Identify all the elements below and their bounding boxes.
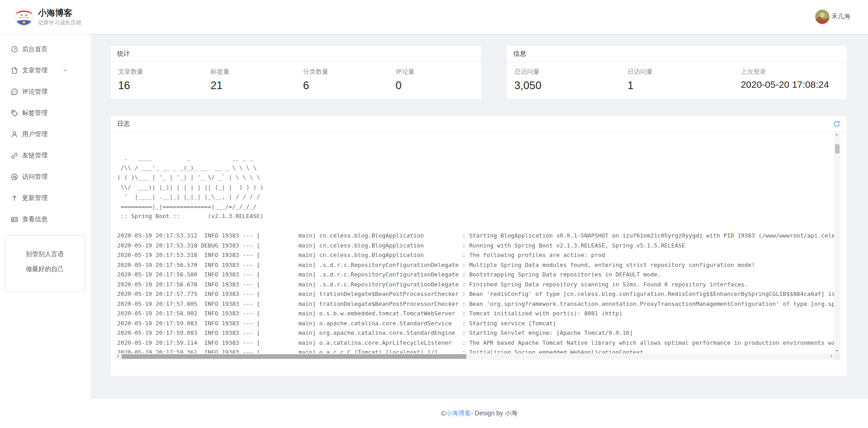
info-card-title: 信息 <box>513 50 526 58</box>
site-logo-icon <box>15 8 33 26</box>
log-line: 2020-05-19 20:17:58.902 INFO 19383 --- [… <box>117 309 834 319</box>
banner-line: ( ( )\___ | '_ | '_| | '_ \/ _` | \ \ \ … <box>117 172 834 182</box>
sidebar-item-articles[interactable]: 文章管理 <box>0 60 90 81</box>
scrollbar-corner <box>834 353 840 360</box>
stat-tag-count: 标签量 21 <box>204 62 296 92</box>
stat-daily-visits: 日访问量 1 <box>620 62 733 92</box>
footer-credit-text: - Design by 小海 <box>471 409 517 418</box>
log-card: 日志 . ____ _ __ _ _ /\\ / ___'_ __ _ _(_)… <box>110 115 847 376</box>
banner-line: . ____ _ __ _ _ <box>117 153 834 163</box>
sidebar-item-info[interactable]: 查看信息 <box>0 209 90 230</box>
log-line: 2020-05-19 20:17:53.318 INFO 19383 --- [… <box>117 250 834 260</box>
stat-value: 1 <box>627 79 733 92</box>
log-entries: 2020-05-19 20:17:53.312 INFO 19383 --- [… <box>117 231 834 353</box>
refresh-icon[interactable] <box>833 120 840 128</box>
scroll-up-arrow-icon[interactable] <box>835 134 838 135</box>
banner-line: \\/ ___)| |_)| | | | | || (_| | ) ) ) ) <box>117 182 834 192</box>
log-text: . ____ _ __ _ _ /\\ / ___'_ __ _ _(_)_ _… <box>115 132 834 353</box>
arrow-up-icon <box>11 195 18 202</box>
stat-value: 21 <box>211 79 296 92</box>
spring-boot-banner: . ____ _ __ _ _ /\\ / ___'_ __ _ _(_)_ _… <box>117 153 834 221</box>
vertical-scrollbar-thumb[interactable] <box>835 144 840 153</box>
horizontal-scrollbar-thumb[interactable] <box>122 354 466 359</box>
log-line: 2020-05-19 20:17:57.805 INFO 19383 --- [… <box>117 299 834 309</box>
sidebar-item-label: 文章管理 <box>22 67 47 75</box>
scroll-down-arrow-icon[interactable] <box>835 350 838 352</box>
stat-label: 上次登录 <box>741 68 847 76</box>
sidebar-item-comments[interactable]: 评论管理 <box>0 81 90 102</box>
sidebar-item-label: 访问管理 <box>22 173 47 181</box>
sidebar-item-tags[interactable]: 标签管理 <box>0 102 90 124</box>
banner-line: /\\ / ___'_ __ _ _(_)_ __ __ _ \ \ \ \ <box>117 163 834 173</box>
stat-category-count: 分类数量 6 <box>296 62 389 92</box>
footer-site-link[interactable]: 小海博客 <box>446 409 471 418</box>
log-line: 2020-05-19 20:17:53.312 INFO 19383 --- [… <box>117 231 834 241</box>
sidebar: 后台首页 文章管理 评论管理 标签管理 <box>0 34 90 428</box>
motto-box: 别管别人言语 做最好的自己 <box>5 235 85 292</box>
sidebar-item-label: 后台首页 <box>22 45 47 53</box>
compass-icon <box>11 173 18 181</box>
horizontal-scrollbar[interactable] <box>115 353 834 360</box>
info-card: 信息 总访问量 3,050 日访问量 1 上次登录 2020-05-20 17:… <box>507 45 847 100</box>
log-line: 2020-05-19 20:17:59.114 INFO 19383 --- [… <box>117 338 834 348</box>
scroll-right-arrow-icon[interactable] <box>831 355 832 357</box>
user-menu[interactable]: 禾几海 <box>815 10 850 24</box>
log-line: 2020-05-19 20:17:57.775 INFO 19383 --- [… <box>117 289 834 299</box>
log-viewport: . ____ _ __ _ _ /\\ / ___'_ __ _ _(_)_ _… <box>115 132 840 360</box>
user-name: 禾几海 <box>831 13 850 21</box>
sidebar-item-label: 评论管理 <box>22 88 47 96</box>
stat-total-visits: 总访问量 3,050 <box>507 62 620 92</box>
stat-article-count: 文章数量 16 <box>111 62 204 92</box>
page-footer: © 小海博客 - Design by 小海 <box>90 399 868 428</box>
document-icon <box>11 67 18 74</box>
dashboard-icon <box>11 46 18 53</box>
stat-label: 总访问量 <box>514 68 620 76</box>
log-line: 2020-05-19 20:17:56.678 INFO 19383 --- [… <box>117 280 834 290</box>
sidebar-item-label: 查看信息 <box>22 215 47 224</box>
stat-label: 评论量 <box>396 68 481 76</box>
sidebar-item-updates[interactable]: 更新管理 <box>0 187 90 209</box>
stat-value: 0 <box>396 79 481 92</box>
banner-line: =========|_|==============|___/=/_/_/_/ <box>117 202 834 212</box>
log-line: 2020-05-19 20:17:59.083 INFO 19383 --- [… <box>117 328 834 338</box>
stat-label: 标签量 <box>211 68 296 76</box>
id-card-icon <box>11 216 18 223</box>
copyright-text: © <box>441 410 446 417</box>
brand[interactable]: 小海博客 记录学习成长历程 <box>15 8 81 27</box>
site-title: 小海博客 <box>38 8 81 19</box>
log-line: 2020-05-19 20:17:56.580 INFO 19383 --- [… <box>117 270 834 280</box>
scroll-left-arrow-icon[interactable] <box>117 355 119 357</box>
log-line: 2020-05-19 20:17:59.083 INFO 19383 --- [… <box>117 319 834 328</box>
app-header: 小海博客 记录学习成长历程 禾几海 <box>0 0 868 34</box>
stat-label: 文章数量 <box>118 68 204 76</box>
stat-label: 日访问量 <box>627 68 733 76</box>
vertical-scrollbar[interactable] <box>834 132 840 353</box>
sidebar-item-label: 用户管理 <box>22 130 47 138</box>
banner-line: ' |____| .__|_| |_|_| |_\__, | / / / / <box>117 192 834 202</box>
motto-line-1: 别管别人言语 <box>5 247 85 262</box>
sidebar-item-label: 友链管理 <box>22 152 47 160</box>
motto-line-2: 做最好的自己 <box>5 262 85 276</box>
sidebar-menu: 后台首页 文章管理 评论管理 标签管理 <box>0 34 90 230</box>
log-line: 2020-05-19 20:17:59.361 INFO 19383 --- [… <box>117 347 834 353</box>
log-line: 2020-05-19 20:17:53.318 DEBUG 19383 --- … <box>117 241 834 251</box>
stat-comment-count: 评论量 0 <box>389 62 481 92</box>
stat-value: 6 <box>303 79 389 92</box>
sidebar-item-links[interactable]: 友链管理 <box>0 145 90 166</box>
log-line: 2020-05-19 20:17:56.570 INFO 19383 --- [… <box>117 260 834 270</box>
stat-value: 3,050 <box>514 79 620 92</box>
user-avatar <box>815 10 830 24</box>
stat-value: 16 <box>118 79 204 92</box>
site-subtitle: 记录学习成长历程 <box>38 19 81 27</box>
user-icon <box>11 131 18 138</box>
sidebar-item-label: 标签管理 <box>22 109 47 117</box>
stat-value: 2020-05-20 17:08:24 <box>741 79 847 90</box>
sidebar-item-users[interactable]: 用户管理 <box>0 124 90 145</box>
link-icon <box>11 152 18 159</box>
comment-icon <box>11 88 18 95</box>
chevron-down-icon <box>62 67 68 73</box>
sidebar-item-label: 更新管理 <box>22 194 47 202</box>
sidebar-item-dashboard[interactable]: 后台首页 <box>0 38 90 60</box>
sidebar-item-visits[interactable]: 访问管理 <box>0 166 90 187</box>
stats-card-title: 统计 <box>117 50 130 58</box>
